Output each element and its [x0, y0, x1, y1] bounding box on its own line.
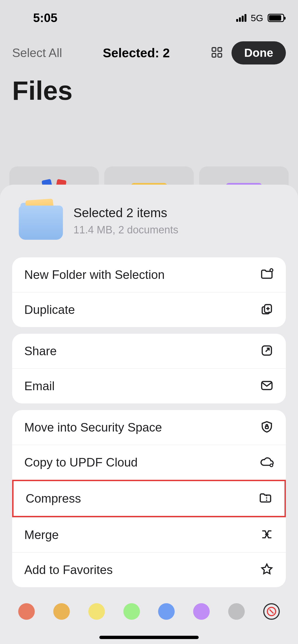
cloud-plus-icon — [260, 455, 274, 470]
action-label: Duplicate — [24, 303, 75, 317]
tag-color-orange[interactable] — [53, 603, 70, 620]
svg-rect-8 — [265, 426, 268, 429]
action-new-folder[interactable]: New Folder with Selection — [12, 257, 286, 292]
action-merge[interactable]: Merge — [12, 517, 286, 552]
battery-icon — [268, 14, 284, 22]
tag-color-row — [0, 592, 298, 628]
action-duplicate[interactable]: Duplicate — [12, 292, 286, 327]
done-button[interactable]: Done — [232, 41, 286, 64]
action-security-space[interactable]: Move into Security Space — [12, 410, 286, 445]
tag-color-yellow[interactable] — [88, 603, 105, 620]
no-entry-icon — [267, 607, 276, 616]
shield-lock-icon — [260, 420, 274, 435]
share-icon — [260, 344, 274, 359]
svg-rect-1 — [218, 48, 222, 51]
action-label: Share — [24, 344, 57, 358]
svg-rect-3 — [218, 53, 222, 57]
select-all-button[interactable]: Select All — [12, 46, 62, 60]
grid-view-icon[interactable] — [211, 46, 223, 60]
tag-color-blue[interactable] — [158, 603, 175, 620]
page-title: Files — [0, 67, 298, 117]
merge-icon — [260, 527, 274, 542]
action-copy-cloud[interactable]: Copy to UPDF Cloud — [12, 445, 286, 480]
svg-rect-2 — [212, 53, 216, 57]
sheet-header: Selected 2 items 11.4 MB, 2 documents — [0, 185, 298, 251]
zip-folder-icon — [259, 491, 272, 506]
action-label: Email — [24, 379, 55, 393]
action-favorite[interactable]: Add to Favorites — [12, 552, 286, 587]
sheet-subtitle: 11.4 MB, 2 documents — [73, 224, 178, 236]
tag-color-gray[interactable] — [228, 603, 245, 620]
action-label: Move into Security Space — [24, 421, 162, 434]
mail-icon — [260, 379, 274, 394]
folder-plus-icon — [260, 267, 274, 282]
star-icon — [260, 562, 274, 577]
action-compress[interactable]: Compress — [12, 480, 286, 517]
action-email[interactable]: Email — [12, 368, 286, 403]
signal-icon — [236, 14, 246, 22]
status-bar: 5:05 5G — [0, 0, 298, 33]
selection-count: Selected: 2 — [70, 45, 202, 60]
action-label: Copy to UPDF Cloud — [24, 456, 138, 469]
action-group: New Folder with Selection Duplicate — [12, 257, 286, 327]
home-indicator[interactable] — [99, 636, 199, 639]
status-time: 5:05 — [14, 11, 57, 25]
network-label: 5G — [251, 13, 263, 23]
action-label: Merge — [24, 528, 59, 542]
selection-toolbar: Select All Selected: 2 Done — [0, 33, 298, 67]
clear-tag-button[interactable] — [263, 603, 280, 620]
sheet-title: Selected 2 items — [73, 205, 178, 220]
duplicate-icon — [260, 302, 274, 317]
status-right: 5G — [236, 13, 284, 23]
svg-rect-0 — [212, 48, 216, 51]
action-group: Share Email — [12, 334, 286, 403]
action-label: Compress — [26, 492, 81, 505]
tag-color-green[interactable] — [123, 603, 140, 620]
action-group: Move into Security Space Copy to UPDF Cl… — [12, 410, 286, 587]
action-share[interactable]: Share — [12, 334, 286, 368]
tag-color-red[interactable] — [18, 603, 35, 620]
action-label: Add to Favorites — [24, 563, 113, 577]
action-sheet: Selected 2 items 11.4 MB, 2 documents Ne… — [0, 185, 298, 644]
tag-color-purple[interactable] — [193, 603, 210, 620]
selection-folder-icon — [19, 201, 63, 240]
action-label: New Folder with Selection — [24, 268, 165, 282]
